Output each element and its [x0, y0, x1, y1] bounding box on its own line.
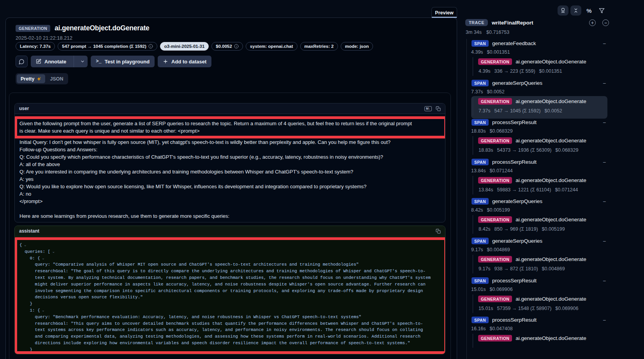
generation-row[interactable]: GENERATIONai.generateObject.doGenerate — [478, 335, 586, 341]
assistant-code-line: text system. By analyzing technical docu… — [19, 275, 436, 281]
metadata-pill: maxRetries: 2 — [300, 42, 338, 51]
generation-row[interactable]: GENERATIONai.generateObject.doGenerate — [478, 137, 586, 144]
generation-row[interactable]: GENERATIONai.generateObject.doGenerate — [478, 256, 586, 263]
span-collapse-button[interactable]: − — [601, 40, 607, 47]
span-name: generateFeedback — [492, 40, 536, 46]
generation-tokens: 59883 → 1221 (Σ 61104) — [497, 187, 551, 193]
assistant-code-line: 2: {⌄ — [19, 353, 436, 354]
generation-name: ai.generateObject.doGenerate — [516, 217, 586, 222]
span-row[interactable]: SPANgenerateSerpQueries — [472, 238, 542, 244]
generation-row-selected[interactable]: GENERATIONai.generateObject.doGenerate — [478, 98, 586, 105]
code-text: involve segmenting the comparison into s… — [19, 289, 423, 293]
copy-icon[interactable] — [436, 229, 441, 234]
annotate-dropdown-button[interactable] — [77, 56, 88, 67]
span-duration: 15.01s — [471, 287, 486, 292]
assistant-code-line: 1: {⌄ — [19, 307, 436, 314]
generation-row[interactable]: GENERATIONai.generateObject.doGenerate — [478, 58, 586, 65]
span-row[interactable]: SPANprocessSerpResult — [472, 119, 537, 126]
code-text: researchGoal: "This query aims to uncove… — [19, 321, 423, 326]
message-role-label: user — [19, 106, 29, 111]
span-collapse-button[interactable]: − — [601, 159, 607, 165]
generation-tokens: 336 → 223 (Σ 559) — [494, 68, 535, 74]
metadata-pill: Latency: 7.37s — [16, 42, 55, 51]
span-collapse-button[interactable]: − — [601, 198, 607, 205]
collapse-all-button[interactable] — [570, 5, 581, 16]
toggle-pretty[interactable]: Pretty — [17, 74, 45, 83]
generation-row[interactable]: GENERATIONai.generateObject.doGenerate — [478, 177, 586, 184]
assistant-code-line: } — [19, 301, 436, 307]
span-row[interactable]: SPANgenerateFeedback — [472, 40, 536, 47]
plus-icon — [163, 59, 168, 64]
metadata-pill-label: maxRetries: 2 — [304, 44, 334, 49]
span-row[interactable]: SPANgenerateSerpQueries — [472, 80, 542, 86]
markdown-toggle-icon[interactable]: M↓ — [424, 106, 432, 111]
code-text: 1: { — [19, 308, 40, 313]
collapse-chevron-icon[interactable]: ⌄ — [42, 256, 45, 260]
plus-circle-icon: + — [591, 21, 594, 25]
generation-tokens: 938 → 872 (Σ 1810) — [494, 266, 538, 271]
assistant-code-line: directions include exploring how environ… — [19, 340, 436, 347]
span-row[interactable]: SPANprocessSerpResult — [472, 277, 537, 284]
chevron-down-icon — [80, 59, 85, 64]
span-collapse-button[interactable]: − — [601, 238, 607, 244]
span-type-badge: SPAN — [472, 317, 489, 323]
trace-duration: 3m 34s — [466, 30, 482, 35]
span-row[interactable]: SPANprocessSerpResult — [472, 159, 537, 165]
metadata-pill: $0.0052 — [211, 42, 243, 51]
trace-metrics: 3m 34s $0.716753 — [466, 30, 509, 35]
user-message-line: Given the following prompt from the user… — [19, 120, 436, 127]
test-in-playground-button[interactable]: >_ Test in playground — [91, 56, 155, 67]
generation-row[interactable]: GENERATIONai.generateObject.doGenerate — [478, 296, 586, 302]
io-preview-container: user M↓ Given the following prompt from … — [9, 93, 451, 359]
trace-cost: $0.716753 — [486, 30, 509, 35]
action-buttons-row: Annotate >_ Test in playground Add to da… — [16, 56, 211, 67]
collapse-chevron-icon[interactable]: ⌄ — [24, 243, 27, 247]
collapse-chevron-icon[interactable]: ⌄ — [42, 308, 45, 312]
metadata-pill: 547 prompt → 1045 completion (Σ 1592) — [58, 42, 157, 51]
assistant-code-line: queries: [⌄ — [19, 249, 436, 255]
observation-header: GENERATION ai.generateObject.doGenerate — [16, 24, 150, 32]
toggle-json[interactable]: JSON — [46, 74, 67, 83]
comment-button[interactable] — [16, 56, 28, 67]
generation-name: ai.generateObject.doGenerate — [516, 59, 586, 65]
trace-title: writeFinalReport — [492, 20, 533, 26]
annotation-highlight-box: Given the following prompt from the user… — [14, 116, 445, 138]
button-divider — [74, 56, 74, 67]
span-type-badge: SPAN — [472, 119, 489, 126]
annotation-queue-button[interactable] — [558, 5, 568, 16]
annotate-button[interactable]: Annotate — [31, 56, 88, 67]
terminal-icon: >_ — [96, 59, 101, 64]
trace-root-row[interactable]: TRACE writeFinalReport — [465, 19, 533, 26]
user-message-line: </prompt> — [19, 198, 440, 205]
info-icon — [148, 44, 153, 49]
tab-preview[interactable]: Preview — [431, 7, 457, 18]
collapse-chevron-icon[interactable]: ⌄ — [52, 249, 55, 254]
percent-icon: % — [586, 7, 591, 14]
span-duration: 8.42s — [471, 207, 483, 213]
generation-row[interactable]: GENERATIONai.generateObject.doGenerate — [478, 216, 586, 223]
span-name: processSerpResult — [492, 278, 537, 284]
code-text: decisions versus open source flexibility… — [19, 295, 143, 299]
span-type-badge: SPAN — [472, 238, 489, 244]
add-to-dataset-button[interactable]: Add to dataset — [158, 56, 211, 67]
span-collapse-button[interactable]: − — [601, 317, 607, 323]
span-metrics: 13.84s$0.071244 — [471, 168, 513, 173]
span-collapse-button[interactable]: − — [601, 80, 607, 86]
zoom-in-button[interactable]: + — [589, 19, 596, 26]
pretty-json-toggle: Pretty JSON — [16, 73, 68, 84]
code-text: query: "Benchmark performance evaluation… — [19, 315, 361, 319]
assistant-code-line: involve segmenting the comparison into s… — [19, 288, 436, 294]
filter-button[interactable] — [597, 6, 606, 15]
copy-icon[interactable] — [436, 106, 441, 111]
zoom-out-button[interactable]: − — [602, 19, 609, 26]
span-collapse-button[interactable]: − — [601, 119, 607, 126]
span-row[interactable]: SPANgenerateSerpQueries — [472, 198, 542, 205]
tree-child-connector — [473, 97, 473, 116]
span-row[interactable]: SPANprocessSerpResult — [472, 317, 537, 323]
span-metrics: 7.37s$0.0052 — [471, 89, 505, 95]
user-message-line: Q: Would you like to explore how open so… — [19, 183, 440, 190]
generation-metrics: 4.39s336 → 223 (Σ 559)$0.001351 — [479, 68, 562, 74]
span-collapse-button[interactable]: − — [601, 278, 607, 284]
show-percentages-button[interactable]: % — [585, 6, 593, 15]
generation-type-badge: GENERATION — [478, 177, 512, 184]
